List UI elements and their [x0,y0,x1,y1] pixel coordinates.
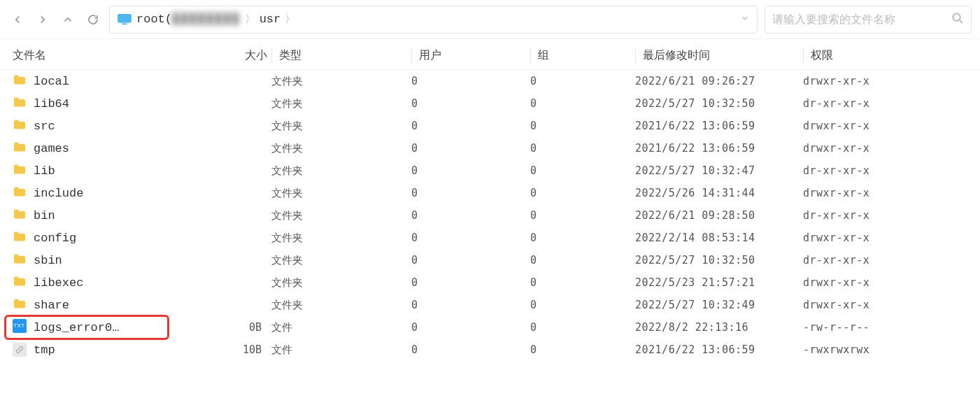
up-button[interactable] [59,10,77,29]
file-group: 0 [530,75,635,87]
file-user: 0 [411,187,530,199]
file-name-text: share [34,299,69,312]
file-user: 0 [411,276,530,289]
toolbar: root(████████ 〉 usr 〉 [0,0,980,39]
file-mtime: 2022/2/14 08:53:14 [635,232,803,244]
file-type: 文件夹 [271,209,411,222]
file-perm: drwxr-xr-x [803,75,967,87]
file-user: 0 [411,321,530,334]
file-row[interactable]: src文件夹002021/6/22 13:06:59drwxr-xr-x [0,115,980,137]
file-row[interactable]: libexec文件夹002022/5/23 21:57:21drwxr-xr-x [0,271,980,294]
file-group: 0 [530,209,635,222]
file-name: share [13,298,194,313]
file-type: 文件夹 [271,299,411,312]
file-user: 0 [411,232,530,244]
col-size[interactable]: 大小 [194,48,271,63]
refresh-button[interactable] [84,10,102,29]
search-icon[interactable] [951,12,964,27]
file-name: lib64 [13,97,194,111]
breadcrumb-root-label: root( [136,13,172,26]
file-type: 文件 [271,343,411,357]
file-name-text: config [34,232,76,245]
file-row[interactable]: bin文件夹002022/6/21 09:28:50dr-xr-xr-x [0,204,980,227]
file-mtime: 2022/5/26 14:31:44 [635,187,803,199]
col-mtime[interactable]: 最后修改时间 [635,48,803,63]
file-row[interactable]: lib64文件夹002022/5/27 10:32:50dr-xr-xr-x [0,92,980,115]
file-group: 0 [530,97,635,110]
forward-button[interactable] [34,10,52,29]
file-name-text: games [34,142,69,155]
file-perm: -rwxrwxrwx [803,343,967,356]
file-row[interactable]: config文件夹002022/2/14 08:53:14drwxr-xr-x [0,227,980,249]
link-icon [13,343,27,357]
col-user[interactable]: 用户 [411,48,530,63]
breadcrumb-segment[interactable]: usr [260,13,281,26]
file-mtime: 2021/6/22 13:06:59 [635,343,803,356]
col-group[interactable]: 组 [530,48,635,63]
file-group: 0 [530,299,635,311]
file-user: 0 [411,209,530,222]
file-name: include [13,186,194,201]
file-row[interactable]: share文件夹002022/5/27 10:32:49drwxr-xr-x [0,294,980,316]
address-expand[interactable] [740,13,750,25]
chevron-right-icon: 〉 [285,13,295,26]
file-row[interactable]: logs_error0…0B文件002022/8/2 22:13:16-rw-r… [0,316,980,339]
chevron-right-icon: 〉 [245,13,255,26]
file-row[interactable]: include文件夹002022/5/26 14:31:44drwxr-xr-x [0,182,980,204]
file-row[interactable]: lib文件夹002022/5/27 10:32:47dr-xr-xr-x [0,159,980,182]
file-mtime: 2022/5/27 10:32:49 [635,299,803,311]
file-mtime: 2022/5/27 10:32:47 [635,164,803,177]
file-perm: drwxr-xr-x [803,120,967,132]
arrow-left-icon [11,13,24,26]
file-row[interactable]: local文件夹002022/6/21 09:26:27drwxr-xr-x [0,70,980,92]
back-button[interactable] [8,10,27,29]
file-perm: drwxr-xr-x [803,276,967,289]
col-type[interactable]: 类型 [271,48,411,63]
file-name: games [13,141,194,156]
file-name: local [13,74,194,89]
file-type: 文件夹 [271,120,411,133]
file-name: lib [13,164,194,178]
file-perm: drwxr-xr-x [803,299,967,311]
file-name-text: logs_error0… [34,321,119,334]
file-row[interactable]: games文件夹002021/6/22 13:06:59drwxr-xr-x [0,137,980,159]
col-perm[interactable]: 权限 [803,48,967,63]
file-group: 0 [530,254,635,266]
file-type: 文件夹 [271,75,411,88]
file-user: 0 [411,75,530,87]
file-type: 文件夹 [271,187,411,200]
file-type: 文件夹 [271,164,411,178]
file-mtime: 2022/6/21 09:28:50 [635,209,803,222]
folder-icon [13,97,27,111]
breadcrumb-masked: ████████ [172,13,241,26]
file-row[interactable]: tmp10B文件002021/6/22 13:06:59-rwxrwxrwx [0,339,980,361]
file-name: bin [13,208,194,223]
file-size: 10B [194,343,271,356]
file-row[interactable]: sbin文件夹002022/5/27 10:32:50dr-xr-xr-x [0,249,980,271]
monitor-icon [117,13,132,26]
arrow-up-icon [62,13,74,26]
file-perm: -rw-r--r-- [803,321,967,334]
file-user: 0 [411,299,530,311]
folder-icon [13,164,27,178]
file-group: 0 [530,142,635,155]
search-input[interactable] [772,13,946,26]
breadcrumb-root[interactable]: root(████████ [136,13,241,26]
column-header-row: 文件名 大小 类型 用户 组 最后修改时间 权限 [0,39,980,70]
file-name-text: libexec [34,276,83,290]
refresh-icon [87,13,99,26]
txt-icon [13,319,27,336]
folder-icon [13,231,27,246]
svg-rect-1 [122,23,127,24]
file-perm: drwxr-xr-x [803,187,967,199]
folder-icon [13,298,27,313]
address-bar[interactable]: root(████████ 〉 usr 〉 [109,6,758,34]
folder-icon [13,253,27,268]
file-perm: dr-xr-xr-x [803,97,967,110]
col-name[interactable]: 文件名 [13,48,194,63]
search-box [765,6,972,34]
file-name-text: bin [34,209,55,222]
file-mtime: 2022/5/27 10:32:50 [635,97,803,110]
file-user: 0 [411,164,530,177]
file-mtime: 2021/6/22 13:06:59 [635,142,803,155]
